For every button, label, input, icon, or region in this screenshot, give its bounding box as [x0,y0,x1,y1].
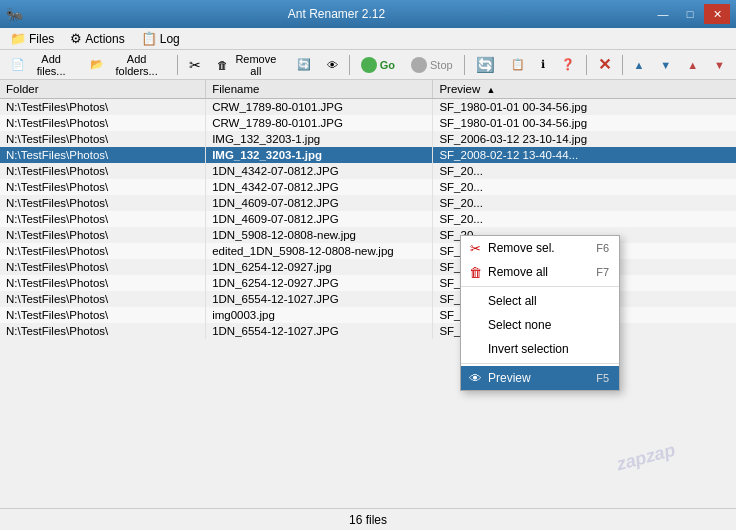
stop-button[interactable]: Stop [404,53,460,77]
cell-filename: CRW_1789-80-0101.JPG [206,115,433,131]
log-icon: 📋 [141,31,157,46]
stop-label: Stop [430,59,453,71]
minimize-button[interactable]: — [650,4,676,24]
title-bar: 🐜 Ant Renamer 2.12 — □ ✕ [0,0,736,28]
close-app-button[interactable]: ✕ [591,53,618,77]
table-row[interactable]: N:\TestFiles\Photos\1DN_4342-07-0812.JPG… [0,163,736,179]
ctx-select-none-label: Select none [488,318,551,332]
cell-folder: N:\TestFiles\Photos\ [0,195,206,211]
table-row[interactable]: N:\TestFiles\Photos\CRW_1789-80-0101.JPG… [0,115,736,131]
table-row[interactable]: N:\TestFiles\Photos\1DN_6554-12-1027.JPG… [0,291,736,307]
col-header-filename[interactable]: Filename [206,80,433,99]
info-button[interactable]: ℹ [534,53,552,77]
table-row[interactable]: N:\TestFiles\Photos\1DN_6554-12-1027.JPG… [0,323,736,339]
ctx-remove-all-shortcut: F7 [596,266,609,278]
table-row[interactable]: N:\TestFiles\Photos\1DN_4609-07-0812.JPG… [0,211,736,227]
ctx-invert-sel[interactable]: Invert selection [461,337,619,361]
ctx-invert-sel-icon [467,341,483,357]
cell-filename: 1DN_5908-12-0808-new.jpg [206,227,433,243]
table-row[interactable]: N:\TestFiles\Photos\IMG_132_3203-1.jpgSF… [0,131,736,147]
cell-filename: 1DN_6554-12-1027.JPG [206,323,433,339]
cell-folder: N:\TestFiles\Photos\ [0,243,206,259]
table-row[interactable]: N:\TestFiles\Photos\edited_1DN_5908-12-0… [0,243,736,259]
menu-actions-label: Actions [85,32,124,46]
cell-filename: 1DN_4342-07-0812.JPG [206,179,433,195]
menu-log[interactable]: 📋 Log [133,28,188,49]
actions-icon: ⚙ [70,31,82,46]
info-icon: ℹ [541,58,545,71]
add-files-button[interactable]: 📄 Add files... [4,53,81,77]
menu-files-label: Files [29,32,54,46]
toolbar-sep-4 [586,55,587,75]
cell-preview: SF_2006-03-12 23-10-14.jpg [433,131,736,147]
file-table: Folder Filename Preview ▲ N:\TestFiles\P… [0,80,736,339]
ctx-select-all[interactable]: Select all [461,289,619,313]
file-copy-icon: 📋 [511,58,525,71]
menu-log-label: Log [160,32,180,46]
add-folders-button[interactable]: 📂 Add folders... [83,53,173,77]
cell-filename: IMG_132_3203-1.jpg [206,147,433,163]
move-bottom-button[interactable]: ▼ [707,53,732,77]
table-row[interactable]: N:\TestFiles\Photos\1DN_5908-12-0808-new… [0,227,736,243]
add-files-icon: 📄 [11,58,25,71]
add-folders-label: Add folders... [107,53,166,77]
about-button[interactable]: ❓ [554,53,582,77]
table-row[interactable]: N:\TestFiles\Photos\CRW_1789-80-0101.JPG… [0,99,736,116]
cell-filename: edited_1DN_5908-12-0808-new.jpg [206,243,433,259]
ctx-select-all-label: Select all [488,294,537,308]
move-up-button[interactable]: ▲ [626,53,651,77]
table-row[interactable]: N:\TestFiles\Photos\1DN_6254-12-0927.jpg… [0,259,736,275]
move-down-button[interactable]: ▼ [653,53,678,77]
help-button[interactable]: 🔄 [469,53,502,77]
menu-files[interactable]: 📁 Files [2,28,62,49]
col-header-folder[interactable]: Folder [0,80,206,99]
file-icon-btn[interactable]: 📋 [504,53,532,77]
menu-actions[interactable]: ⚙ Actions [62,28,132,49]
cell-folder: N:\TestFiles\Photos\ [0,99,206,116]
move-top-button[interactable]: ▲ [680,53,705,77]
stop-icon [411,57,427,73]
remove-all-button[interactable]: 🗑 Remove all [210,53,288,77]
ctx-remove-sel[interactable]: ✂ Remove sel. F6 [461,236,619,260]
app-icon: 🐜 [6,6,23,22]
ctx-remove-all[interactable]: 🗑 Remove all F7 [461,260,619,284]
cell-folder: N:\TestFiles\Photos\ [0,275,206,291]
cell-folder: N:\TestFiles\Photos\ [0,291,206,307]
file-list-scroll[interactable]: Folder Filename Preview ▲ N:\TestFiles\P… [0,80,736,508]
cell-preview: SF_20... [433,179,736,195]
sort-arrow-preview: ▲ [487,85,496,95]
go-icon [361,57,377,73]
about-icon: ❓ [561,58,575,71]
close-button[interactable]: ✕ [704,4,730,24]
table-row[interactable]: N:\TestFiles\Photos\1DN_4342-07-0812.JPG… [0,179,736,195]
col-header-preview[interactable]: Preview ▲ [433,80,736,99]
ctx-remove-all-label: Remove all [488,265,548,279]
preview-icon: 👁 [327,59,338,71]
ctx-sep-1 [461,286,619,287]
cell-filename: 1DN_4609-07-0812.JPG [206,195,433,211]
add-folders-icon: 📂 [90,58,104,71]
ctx-preview[interactable]: 👁 Preview F5 [461,366,619,390]
file-count-status: 16 files [8,513,728,527]
reload-button[interactable]: 🔄 [290,53,318,77]
cell-filename: 1DN_4609-07-0812.JPG [206,211,433,227]
ctx-remove-sel-shortcut: F6 [596,242,609,254]
move-bottom-icon: ▼ [714,59,725,71]
go-label: Go [380,59,395,71]
preview-toggle-button[interactable]: 👁 [320,53,345,77]
ctx-invert-sel-label: Invert selection [488,342,569,356]
ctx-remove-sel-icon: ✂ [467,240,483,256]
cell-filename: CRW_1789-80-0101.JPG [206,99,433,116]
menu-bar: 📁 Files ⚙ Actions 📋 Log [0,28,736,50]
table-row[interactable]: N:\TestFiles\Photos\1DN_6254-12-0927.JPG… [0,275,736,291]
cell-filename: IMG_132_3203-1.jpg [206,131,433,147]
table-row[interactable]: N:\TestFiles\Photos\img0003.jpgSF_2012-1… [0,307,736,323]
cell-folder: N:\TestFiles\Photos\ [0,323,206,339]
ctx-select-none[interactable]: Select none [461,313,619,337]
table-row[interactable]: N:\TestFiles\Photos\1DN_4609-07-0812.JPG… [0,195,736,211]
maximize-button[interactable]: □ [677,4,703,24]
go-button[interactable]: Go [354,53,402,77]
remove-sel-button[interactable]: ✂ [182,53,208,77]
main-content: Folder Filename Preview ▲ N:\TestFiles\P… [0,80,736,508]
table-row[interactable]: N:\TestFiles\Photos\IMG_132_3203-1.jpgSF… [0,147,736,163]
